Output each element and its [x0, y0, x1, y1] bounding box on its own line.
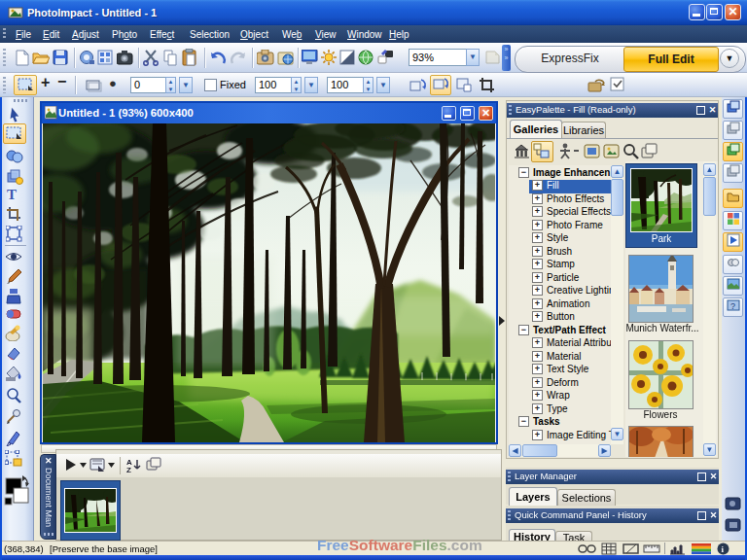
svg-text:?: ? [730, 301, 735, 311]
svg-text:Z: Z [126, 466, 131, 473]
